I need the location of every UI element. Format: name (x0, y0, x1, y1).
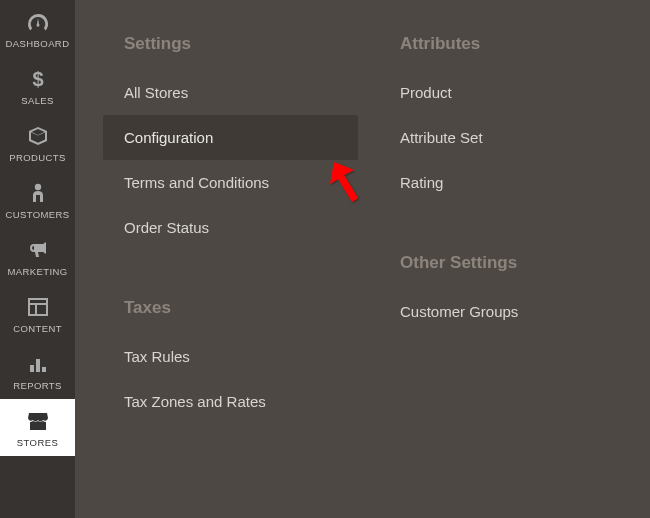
nav-label: STORES (17, 437, 58, 448)
nav-label: CONTENT (13, 323, 62, 334)
nav-item-customers[interactable]: CUSTOMERS (0, 171, 75, 228)
menu-item-product[interactable]: Product (379, 70, 619, 115)
store-icon (24, 409, 52, 433)
menu-item-tax-zones-and-rates[interactable]: Tax Zones and Rates (103, 379, 358, 424)
section-header-taxes: Taxes (103, 298, 358, 318)
bar-chart-icon (24, 352, 52, 376)
section-header-other-settings: Other Settings (379, 253, 619, 273)
nav-label: CUSTOMERS (5, 209, 69, 220)
menu-item-attribute-set[interactable]: Attribute Set (379, 115, 619, 160)
layout-icon (24, 295, 52, 319)
nav-item-dashboard[interactable]: DASHBOARD (0, 0, 75, 57)
dollar-icon: $ (24, 67, 52, 91)
svg-point-1 (34, 184, 40, 190)
box-icon (24, 124, 52, 148)
nav-label: PRODUCTS (9, 152, 66, 163)
nav-item-reports[interactable]: REPORTS (0, 342, 75, 399)
menu-item-all-stores[interactable]: All Stores (103, 70, 358, 115)
admin-nav-sidebar: DASHBOARD $ SALES PRODUCTS CUSTOMERS MAR… (0, 0, 75, 518)
section-header-attributes: Attributes (379, 34, 619, 54)
svg-text:$: $ (32, 68, 43, 90)
nav-label: MARKETING (7, 266, 67, 277)
person-icon (24, 181, 52, 205)
svg-rect-5 (30, 365, 34, 372)
menu-item-rating[interactable]: Rating (379, 160, 619, 205)
svg-rect-2 (29, 299, 47, 315)
section-header-settings: Settings (103, 34, 358, 54)
stores-flyout-panel: Settings All Stores Configuration Terms … (75, 0, 650, 518)
nav-label: REPORTS (13, 380, 62, 391)
nav-item-products[interactable]: PRODUCTS (0, 114, 75, 171)
menu-item-customer-groups[interactable]: Customer Groups (379, 289, 619, 334)
menu-item-order-status[interactable]: Order Status (103, 205, 358, 250)
megaphone-icon (24, 238, 52, 262)
svg-rect-7 (42, 367, 46, 372)
gauge-icon (24, 10, 52, 34)
nav-label: DASHBOARD (6, 38, 70, 49)
nav-item-content[interactable]: CONTENT (0, 285, 75, 342)
menu-item-terms-and-conditions[interactable]: Terms and Conditions (103, 160, 358, 205)
svg-rect-6 (36, 359, 40, 372)
nav-item-stores[interactable]: STORES (0, 399, 75, 456)
menu-item-tax-rules[interactable]: Tax Rules (103, 334, 358, 379)
nav-item-marketing[interactable]: MARKETING (0, 228, 75, 285)
menu-item-configuration[interactable]: Configuration (103, 115, 358, 160)
svg-rect-8 (30, 413, 46, 416)
nav-item-sales[interactable]: $ SALES (0, 57, 75, 114)
nav-label: SALES (21, 95, 54, 106)
